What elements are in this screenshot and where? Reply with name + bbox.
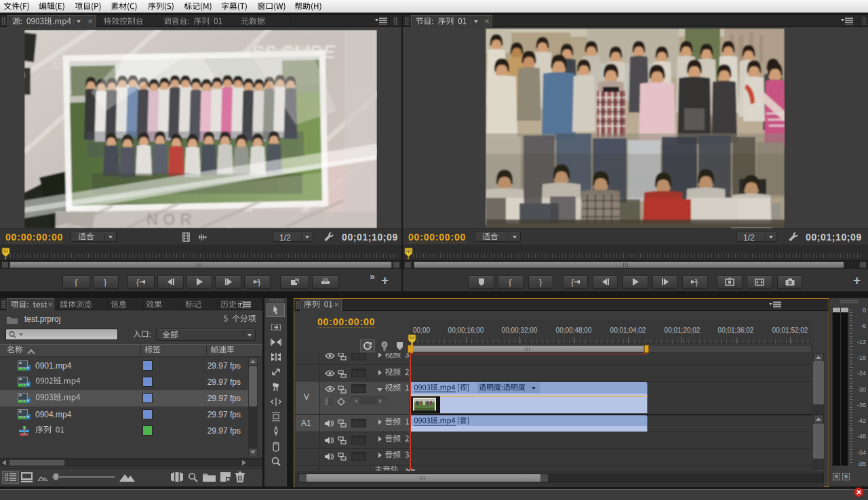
svg-text:{: { [509, 277, 512, 287]
svg-text:{: { [75, 277, 78, 287]
svg-text:N O R: N O R [146, 210, 192, 228]
svg-text:}: } [104, 277, 107, 287]
svg-text:{: { [136, 277, 140, 287]
svg-text:}: } [539, 277, 542, 287]
svg-text:E: E [52, 54, 63, 72]
svg-text:{: { [571, 277, 574, 287]
